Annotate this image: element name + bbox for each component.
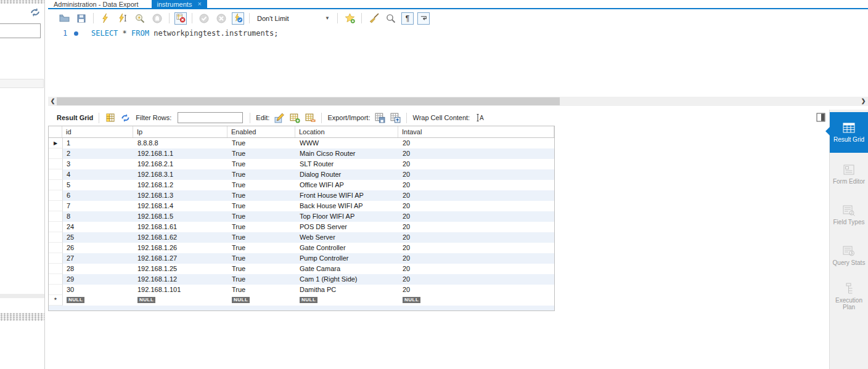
table-row[interactable]: ▶18.8.8.8TrueWWW20 xyxy=(49,138,554,148)
row-selector[interactable] xyxy=(49,169,63,180)
table-cell[interactable]: True xyxy=(228,159,296,169)
table-cell[interactable]: 192.168.1.25 xyxy=(134,264,228,274)
row-selector[interactable] xyxy=(49,159,63,169)
row-selector[interactable] xyxy=(49,253,63,264)
table-row[interactable]: 3192.168.2.1TrueSLT Router20 xyxy=(49,159,554,169)
row-selector[interactable] xyxy=(49,201,63,211)
table-cell[interactable]: 192.168.1.27 xyxy=(134,253,228,264)
tab-administration-data-export[interactable]: Administration - Data Export xyxy=(48,0,144,8)
table-cell[interactable]: True xyxy=(228,148,296,159)
table-cell[interactable]: True xyxy=(228,285,296,295)
table-cell[interactable]: 30 xyxy=(63,285,134,295)
table-row[interactable]: 28192.168.1.25TrueGate Camara20 xyxy=(49,264,554,274)
table-cell[interactable]: 192.168.1.1 xyxy=(134,148,228,159)
row-selector[interactable] xyxy=(49,148,63,159)
table-cell[interactable]: 192.168.1.4 xyxy=(134,201,228,211)
table-cell[interactable]: True xyxy=(228,222,296,232)
panel-button-query-stats[interactable]: Query Stats xyxy=(830,237,868,275)
stop-icon[interactable] xyxy=(151,12,163,25)
column-header[interactable]: Enabled xyxy=(227,126,295,137)
refresh-results-icon[interactable] xyxy=(120,113,131,123)
explain-plan-icon[interactable] xyxy=(134,12,146,25)
row-selector[interactable] xyxy=(49,232,63,243)
grid-options-icon[interactable] xyxy=(104,113,116,123)
import-records-icon[interactable] xyxy=(390,113,401,123)
edit-record-icon[interactable] xyxy=(274,113,285,123)
row-selector[interactable] xyxy=(49,222,63,232)
table-cell[interactable]: True xyxy=(228,169,296,180)
table-row[interactable]: 5192.168.1.2TrueOffice WIFI AP20 xyxy=(49,180,554,190)
column-header[interactable]: Ip xyxy=(133,126,227,137)
table-cell[interactable]: NULL xyxy=(63,295,134,306)
table-row[interactable]: 6192.168.1.3TrueFront House WIFI AP20 xyxy=(49,190,554,201)
table-cell[interactable]: Back House WIFI AP xyxy=(296,201,399,211)
table-cell[interactable]: 8 xyxy=(63,211,134,222)
row-selector[interactable] xyxy=(49,243,63,253)
table-cell[interactable]: 192.168.2.1 xyxy=(134,159,228,169)
save-snippet-icon[interactable] xyxy=(343,12,356,25)
table-row[interactable]: 26192.168.1.26TrueGate Controller20 xyxy=(49,243,554,253)
rollback-icon[interactable] xyxy=(215,12,227,25)
row-selector[interactable] xyxy=(49,180,63,190)
table-cell[interactable]: True xyxy=(228,201,296,211)
table-cell[interactable]: Gate Camara xyxy=(296,264,399,274)
table-cell[interactable]: 20 xyxy=(399,180,554,190)
row-selector[interactable] xyxy=(49,211,63,222)
column-header[interactable]: id xyxy=(62,126,133,137)
row-selector[interactable]: ▶ xyxy=(49,138,63,148)
panel-button-field-types[interactable]: Field Types xyxy=(830,196,868,234)
table-cell[interactable]: 192.168.1.12 xyxy=(134,274,228,285)
beautify-icon[interactable] xyxy=(367,12,380,25)
scroll-right-icon[interactable]: ❯ xyxy=(859,97,867,106)
row-selector[interactable] xyxy=(49,264,63,274)
panel-button-result-grid[interactable]: Result Grid xyxy=(830,112,868,153)
table-cell[interactable]: Gate Controller xyxy=(296,243,399,253)
table-cell[interactable]: Dialog Router xyxy=(296,169,399,180)
table-cell[interactable]: 8.8.8.8 xyxy=(134,138,228,148)
wrap-cell-content-icon[interactable]: A xyxy=(474,113,486,123)
table-cell[interactable]: 192.168.1.61 xyxy=(134,222,228,232)
table-cell[interactable]: 26 xyxy=(63,243,134,253)
export-recordset-icon[interactable] xyxy=(374,113,386,123)
table-cell[interactable]: 20 xyxy=(399,243,554,253)
refresh-icon[interactable] xyxy=(30,7,40,17)
table-cell[interactable]: 4 xyxy=(63,169,134,180)
table-cell[interactable]: 20 xyxy=(399,138,554,148)
table-cell[interactable]: 20 xyxy=(399,211,554,222)
table-cell[interactable]: 20 xyxy=(399,285,554,295)
toggle-autocommit-icon[interactable] xyxy=(232,12,244,25)
table-cell[interactable]: 24 xyxy=(63,222,134,232)
table-cell[interactable]: 28 xyxy=(63,264,134,274)
table-row[interactable]: 24192.168.1.61TruePOS DB Server20 xyxy=(49,222,554,232)
new-row[interactable]: *NULLNULLNULLNULLNULL xyxy=(49,295,554,306)
table-cell[interactable]: True xyxy=(228,274,296,285)
table-cell[interactable]: 20 xyxy=(399,274,554,285)
table-cell[interactable]: 1 xyxy=(63,138,134,148)
table-cell[interactable]: NULL xyxy=(296,295,399,306)
table-row[interactable]: 7192.168.1.4TrueBack House WIFI AP20 xyxy=(49,201,554,211)
column-header[interactable]: Location xyxy=(295,126,398,137)
table-cell[interactable]: Damitha PC xyxy=(296,285,399,295)
table-cell[interactable]: NULL xyxy=(399,295,554,306)
table-cell[interactable]: 2 xyxy=(63,148,134,159)
table-row[interactable]: 25192.168.1.62TrueWeb Server20 xyxy=(49,232,554,243)
new-row-selector[interactable]: * xyxy=(49,295,63,306)
table-cell[interactable]: 20 xyxy=(399,222,554,232)
table-cell[interactable]: True xyxy=(228,180,296,190)
table-cell[interactable]: 3 xyxy=(63,159,134,169)
table-cell[interactable]: 20 xyxy=(399,201,554,211)
table-cell[interactable]: 192.168.1.3 xyxy=(134,190,228,201)
scroll-left-icon[interactable]: ❮ xyxy=(49,97,57,106)
table-cell[interactable]: POS DB Server xyxy=(296,222,399,232)
table-cell[interactable]: 192.168.1.101 xyxy=(134,285,228,295)
wrap-text-icon[interactable] xyxy=(417,12,430,25)
table-row[interactable]: 27192.168.1.27TruePump Controller20 xyxy=(49,253,554,264)
table-cell[interactable]: Pump Controller xyxy=(296,253,399,264)
limit-rows-dropdown[interactable]: Don't Limit ▼ xyxy=(257,15,330,22)
row-selector[interactable] xyxy=(49,190,63,201)
table-cell[interactable]: NULL xyxy=(134,295,228,306)
table-cell[interactable]: 20 xyxy=(399,169,554,180)
panel-button-form-editor[interactable]: Form Editor xyxy=(830,155,868,193)
table-cell[interactable]: 192.168.1.62 xyxy=(134,232,228,243)
table-cell[interactable]: SLT Router xyxy=(296,159,399,169)
